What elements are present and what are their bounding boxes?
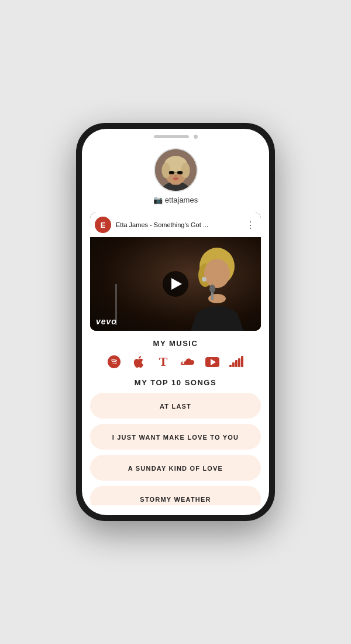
svg-rect-26 xyxy=(232,362,235,367)
svg-rect-29 xyxy=(241,356,243,367)
phone-frame: 📷 ettajames E Etta James - Something's G… xyxy=(76,123,275,521)
svg-rect-11 xyxy=(168,171,174,174)
vevo-watermark: vevo xyxy=(96,317,117,326)
music-icons-row: T xyxy=(82,354,269,370)
deezer-icon[interactable] xyxy=(229,354,245,370)
svg-point-10 xyxy=(173,177,178,180)
avatar xyxy=(154,148,198,192)
notch-bar xyxy=(154,135,189,138)
svg-point-22 xyxy=(108,355,121,368)
tidal-icon[interactable]: T xyxy=(155,354,171,370)
song-item-4[interactable]: STORMY WEATHER xyxy=(90,486,261,505)
play-triangle-icon xyxy=(171,278,182,290)
instagram-icon: 📷 xyxy=(153,196,163,204)
profile-section: 📷 ettajames xyxy=(82,142,269,208)
svg-rect-25 xyxy=(229,365,232,367)
svg-point-16 xyxy=(204,259,230,288)
svg-point-9 xyxy=(174,175,177,177)
svg-point-6 xyxy=(181,163,190,179)
video-section[interactable]: E Etta James - Something's Got ... ⋮ xyxy=(90,213,261,331)
instagram-handle[interactable]: 📷 ettajames xyxy=(153,196,198,204)
spotify-icon[interactable] xyxy=(106,354,122,370)
phone-content: 📷 ettajames E Etta James - Something's G… xyxy=(82,142,269,505)
soundcloud-icon[interactable] xyxy=(180,354,196,370)
video-menu-button[interactable]: ⋮ xyxy=(245,220,256,231)
phone-screen: 📷 ettajames E Etta James - Something's G… xyxy=(82,129,269,515)
song-name-4: STORMY WEATHER xyxy=(140,496,211,503)
video-header: E Etta James - Something's Got ... ⋮ xyxy=(90,213,261,237)
song-name-2: I JUST WANT MAKE LOVE TO YOU xyxy=(112,434,239,441)
top-songs-title: MY TOP 10 SONGS xyxy=(90,378,261,387)
song-item-2[interactable]: I JUST WANT MAKE LOVE TO YOU xyxy=(90,424,261,450)
svg-rect-28 xyxy=(238,358,240,367)
song-item-3[interactable]: A SUNDAY KIND OF LOVE xyxy=(90,455,261,481)
song-name-3: A SUNDAY KIND OF LOVE xyxy=(128,465,223,472)
songs-section: MY TOP 10 SONGS AT LAST I JUST WANT MAKE… xyxy=(82,378,269,505)
my-music-title: MY MUSIC xyxy=(82,339,269,348)
youtube-icon[interactable] xyxy=(204,354,221,370)
song-name-1: AT LAST xyxy=(160,403,191,410)
my-music-section: MY MUSIC xyxy=(82,339,269,370)
svg-point-18 xyxy=(202,277,207,282)
svg-rect-12 xyxy=(177,171,182,174)
video-thumbnail[interactable]: vevo xyxy=(90,237,261,331)
apple-music-icon[interactable] xyxy=(130,354,147,370)
play-button[interactable] xyxy=(163,271,188,297)
video-channel-icon: E xyxy=(95,217,111,233)
phone-notch xyxy=(82,129,269,142)
figure-silhouette xyxy=(179,243,249,331)
svg-point-17 xyxy=(208,294,226,303)
svg-point-5 xyxy=(161,163,170,179)
notch-dot xyxy=(194,135,198,139)
svg-rect-27 xyxy=(235,360,238,367)
song-item-1[interactable]: AT LAST xyxy=(90,393,261,419)
instagram-username: ettajames xyxy=(165,196,198,204)
svg-point-20 xyxy=(209,285,215,293)
video-title: Etta James - Something's Got ... xyxy=(116,221,240,228)
